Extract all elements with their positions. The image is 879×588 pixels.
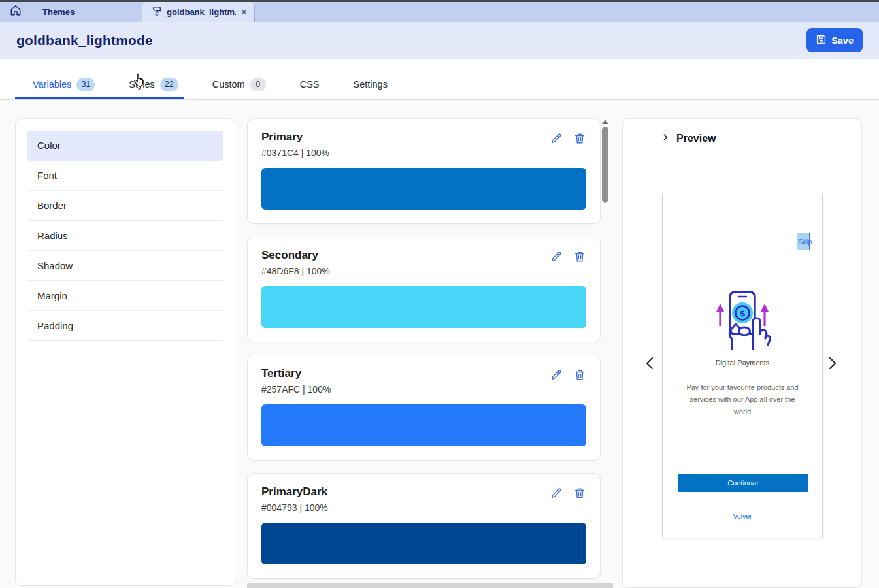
continue-button[interactable]: Continuar xyxy=(678,474,808,492)
tab-settings[interactable]: Settings xyxy=(336,69,404,99)
page-title: goldbank_lightmode xyxy=(16,33,153,48)
svg-text:$: $ xyxy=(739,308,745,318)
preview-screen-description: Pay for your favourite products and serv… xyxy=(682,382,803,417)
category-shadow[interactable]: Shadow xyxy=(27,251,223,281)
color-value: #48D6F8 | 100% xyxy=(261,266,330,276)
theme-painter-icon xyxy=(152,6,162,18)
scrollbar-thumb[interactable] xyxy=(602,127,608,203)
color-swatch[interactable] xyxy=(261,286,586,328)
tab-styles-badge: 22 xyxy=(160,78,178,91)
preview-title: Preview xyxy=(676,133,716,144)
back-link[interactable]: Volver xyxy=(663,512,822,520)
tab-styles[interactable]: Styles 22 xyxy=(112,69,195,99)
window-tab-strip: Themes goldbank_lightm... ✕ xyxy=(0,0,879,22)
tab-custom-label: Custom xyxy=(212,79,245,90)
next-card-edge xyxy=(247,583,613,588)
digital-payments-illustration: $ xyxy=(712,288,772,353)
category-border[interactable]: Border xyxy=(27,191,223,221)
tab-css-label: CSS xyxy=(300,79,320,90)
home-tab[interactable] xyxy=(0,2,31,22)
delete-trash-icon[interactable] xyxy=(573,250,586,263)
color-swatch[interactable] xyxy=(261,523,586,564)
color-name: Tertiary xyxy=(261,367,331,380)
style-category-list: Color Font Border Radius Shadow Margin P… xyxy=(15,118,235,586)
tab-variables[interactable]: Variables 31 xyxy=(16,69,112,99)
delete-trash-icon[interactable] xyxy=(573,487,586,500)
category-margin[interactable]: Margin xyxy=(27,281,223,311)
active-tab-title: goldbank_lightm... xyxy=(167,7,236,17)
color-name: Secondary xyxy=(261,249,330,262)
active-document-tab[interactable]: goldbank_lightm... ✕ xyxy=(142,2,255,22)
category-radius[interactable]: Radius xyxy=(27,221,223,251)
app-preview-screen: Skip xyxy=(662,193,823,538)
themes-tab[interactable]: Themes xyxy=(31,2,142,22)
scrollbar-up-arrow[interactable] xyxy=(602,120,608,124)
carousel-next-icon[interactable] xyxy=(827,356,838,373)
tab-custom[interactable]: Custom 0 xyxy=(195,69,283,99)
preview-panel: Preview Skip xyxy=(622,118,862,588)
content-area: Color Font Border Radius Shadow Margin P… xyxy=(0,100,879,588)
save-button-label: Save xyxy=(831,35,854,46)
color-card-primary: Primary #0371C4 | 100% xyxy=(247,118,601,224)
tab-styles-label: Styles xyxy=(129,79,155,90)
edit-pencil-icon[interactable] xyxy=(550,250,563,263)
edit-pencil-icon[interactable] xyxy=(550,132,563,145)
delete-trash-icon[interactable] xyxy=(573,132,586,145)
tab-css[interactable]: CSS xyxy=(283,69,337,99)
delete-trash-icon[interactable] xyxy=(573,368,586,382)
page-header: goldbank_lightmode Save xyxy=(0,22,879,59)
color-value: #0371C4 | 100% xyxy=(261,148,329,158)
theme-section-tabs: Variables 31 Styles 22 Custom 0 CSS Sett… xyxy=(0,59,879,100)
edit-pencil-icon[interactable] xyxy=(550,368,563,382)
save-button[interactable]: Save xyxy=(806,28,863,52)
color-name: Primary xyxy=(261,131,329,144)
active-tab-indicator xyxy=(15,97,184,99)
color-swatch[interactable] xyxy=(261,168,586,210)
home-icon xyxy=(9,4,22,20)
close-tab-icon[interactable]: ✕ xyxy=(240,7,248,17)
category-font[interactable]: Font xyxy=(27,161,223,191)
tab-variables-label: Variables xyxy=(33,79,71,90)
edit-pencil-icon[interactable] xyxy=(550,487,563,500)
themes-tab-label: Themes xyxy=(42,7,75,17)
theme-editor-window: Themes goldbank_lightm... ✕ goldbank_lig… xyxy=(0,0,879,588)
color-value: #004793 | 100% xyxy=(261,502,328,513)
category-padding[interactable]: Padding xyxy=(27,311,223,341)
color-swatch[interactable] xyxy=(261,404,586,446)
tab-settings-label: Settings xyxy=(353,79,387,90)
category-color[interactable]: Color xyxy=(27,131,223,161)
save-icon xyxy=(816,34,827,47)
color-card-secondary: Secondary #48D6F8 | 100% xyxy=(247,237,601,342)
preview-collapse-chevron-icon[interactable] xyxy=(661,133,670,144)
color-card-primarydark: PrimaryDark #004793 | 100% xyxy=(247,473,601,579)
color-card-tertiary: Tertiary #257AFC | 100% xyxy=(247,355,601,461)
skip-button[interactable]: Skip xyxy=(798,233,814,251)
color-value: #257AFC | 100% xyxy=(261,384,331,395)
carousel-prev-icon[interactable] xyxy=(644,356,655,373)
tab-custom-badge: 0 xyxy=(250,78,266,91)
styles-scrollbar[interactable] xyxy=(602,120,608,203)
tab-variables-badge: 31 xyxy=(76,78,95,91)
preview-screen-title: Digital Payments xyxy=(663,359,822,367)
color-name: PrimaryDark xyxy=(261,485,328,498)
skip-label: Skip xyxy=(798,238,812,246)
